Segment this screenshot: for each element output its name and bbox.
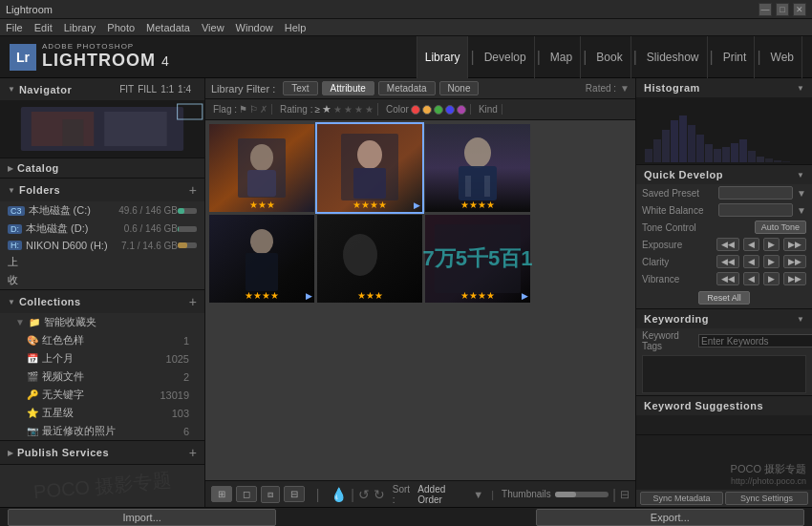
filter-metadata-button[interactable]: Metadata <box>378 81 436 95</box>
collection-smart-parent[interactable]: ▼ 📁 智能收藏夹 <box>0 313 204 331</box>
expand-icon[interactable]: ⊟ <box>620 488 630 501</box>
collection-item-five[interactable]: ⭐ 五星级 103 <box>0 404 204 422</box>
nav-fill[interactable]: FILL <box>138 84 157 95</box>
photo-cell-1[interactable]: ★★★ <box>209 124 314 212</box>
minimize-button[interactable]: — <box>759 3 772 16</box>
filter-attribute-button[interactable]: Attribute <box>322 81 374 95</box>
collection-item-nokw[interactable]: 🔑 无关键字 13019 <box>0 386 204 404</box>
auto-tone-button[interactable]: Auto Tone <box>755 221 806 234</box>
catalog-header[interactable]: ▶ Catalog <box>0 158 204 178</box>
sort-value[interactable]: Added Order <box>417 484 469 505</box>
flag-reject-icon[interactable]: ✗ <box>260 104 267 115</box>
rated-dropdown[interactable]: ▼ <box>620 83 630 94</box>
clarity-up-double[interactable]: ▶▶ <box>783 255 806 268</box>
color-yellow[interactable] <box>422 105 432 115</box>
photo-cell-5[interactable]: ★★★ <box>317 215 422 303</box>
keyword-suggestions-header[interactable]: Keyword Suggestions <box>636 396 812 415</box>
photo-cell-4[interactable]: ★★★★ ▶ <box>209 215 314 303</box>
clarity-up[interactable]: ▶ <box>763 255 780 268</box>
color-blue[interactable] <box>445 105 455 115</box>
quick-develop-header[interactable]: Quick Develop ▼ <box>636 165 812 184</box>
tab-map[interactable]: Map <box>543 36 581 78</box>
nav-1to4[interactable]: 1:4 <box>178 84 191 95</box>
vibrance-up[interactable]: ▶ <box>763 272 780 285</box>
rotate-left[interactable]: ↺ <box>358 487 370 502</box>
saved-preset-dropdown[interactable]: ▼ <box>797 188 806 199</box>
saved-preset-control[interactable] <box>718 186 793 200</box>
vibrance-down-double[interactable]: ◀◀ <box>716 272 739 285</box>
close-button[interactable]: ✕ <box>793 3 806 16</box>
white-balance-control[interactable] <box>718 203 793 217</box>
exposure-down[interactable]: ◀ <box>743 238 759 251</box>
menu-view[interactable]: View <box>202 22 224 33</box>
publish-header[interactable]: ▶ Publish Services + <box>0 441 204 464</box>
filter-text-button[interactable]: Text <box>283 81 317 95</box>
survey-view-button[interactable]: ⊟ <box>284 486 305 502</box>
folder-item-s[interactable]: 收 <box>0 271 204 289</box>
photo-cell-3[interactable]: ★★★★ <box>425 124 530 212</box>
menu-edit[interactable]: Edit <box>34 22 53 33</box>
collections-header[interactable]: ▼ Collections + <box>0 290 204 313</box>
keyword-area[interactable] <box>642 355 806 393</box>
spray-tool[interactable]: 💧 <box>331 487 347 502</box>
grid-view-button[interactable]: ⊞ <box>211 486 232 502</box>
collections-add-button[interactable]: + <box>189 294 197 309</box>
folder-item-c[interactable]: C3 本地磁盘 (C:) 49.6 / 146 GB <box>0 201 204 220</box>
color-purple[interactable] <box>457 105 466 115</box>
tab-book[interactable]: Book <box>588 36 630 78</box>
tab-web[interactable]: Web <box>763 36 802 78</box>
filter-none-button[interactable]: None <box>439 81 480 95</box>
collection-item-month[interactable]: 📅 上个月 1025 <box>0 349 204 368</box>
import-button[interactable]: Import... <box>8 509 276 526</box>
collection-item-red[interactable]: 🎨 红色色样 1 <box>0 331 204 349</box>
tab-slideshow[interactable]: Slideshow <box>639 36 708 78</box>
maximize-button[interactable]: □ <box>776 3 789 16</box>
menu-help[interactable]: Help <box>285 22 307 33</box>
tab-print[interactable]: Print <box>716 36 756 78</box>
exposure-down-double[interactable]: ◀◀ <box>716 238 739 251</box>
keywording-header[interactable]: Keywording ▼ <box>636 309 812 328</box>
tab-library[interactable]: Library <box>417 36 469 78</box>
thumbnail-size-slider[interactable] <box>555 492 609 497</box>
tab-develop[interactable]: Develop <box>477 36 535 78</box>
color-red[interactable] <box>411 105 420 115</box>
folders-header[interactable]: ▼ Folders + <box>0 179 204 201</box>
keyword-tags-input[interactable] <box>698 334 812 347</box>
vibrance-up-double[interactable]: ▶▶ <box>783 272 806 285</box>
clarity-down-double[interactable]: ◀◀ <box>716 255 739 268</box>
navigator-header[interactable]: ▼ Navigator FIT FILL 1:1 1:4 <box>0 78 204 100</box>
folder-item-h[interactable]: H: NIKON D600 (H:) 7.1 / 14.6 GB <box>0 238 204 253</box>
sort-dropdown[interactable]: ▼ <box>473 489 483 500</box>
compare-view-button[interactable]: ⧈ <box>261 486 280 503</box>
flag-pick-icon[interactable]: ⚐ <box>249 104 258 115</box>
exposure-up[interactable]: ▶ <box>763 238 780 251</box>
photo-cell-6[interactable]: 7万5千5百1 ★★★★ ▶ <box>425 215 530 303</box>
histogram-header[interactable]: Histogram ▼ <box>636 78 812 97</box>
rating-op[interactable]: ≥ <box>314 104 320 115</box>
collection-item-recent[interactable]: 📷 最近修改的照片 6 <box>0 422 204 440</box>
rotate-right[interactable]: ↻ <box>374 487 385 502</box>
menu-file[interactable]: File <box>6 22 23 33</box>
color-green[interactable] <box>434 105 443 115</box>
collection-item-video[interactable]: 🎬 视频文件 2 <box>0 368 204 386</box>
flag-none-icon[interactable]: ⚑ <box>239 104 247 115</box>
reset-all-button[interactable]: Reset All <box>698 291 750 305</box>
folder-item-u[interactable]: 上 <box>0 253 204 271</box>
white-balance-dropdown[interactable]: ▼ <box>797 205 806 216</box>
rating-stars[interactable]: ★ <box>322 103 331 116</box>
menu-photo[interactable]: Photo <box>107 22 135 33</box>
menu-library[interactable]: Library <box>64 22 96 33</box>
publish-add-button[interactable]: + <box>189 445 197 460</box>
vibrance-down[interactable]: ◀ <box>743 272 759 285</box>
nav-fit[interactable]: FIT <box>119 84 134 95</box>
export-button[interactable]: Export... <box>536 509 804 526</box>
loupe-view-button[interactable]: ◻ <box>236 486 257 502</box>
nav-1to1[interactable]: 1:1 <box>160 84 174 95</box>
menu-metadata[interactable]: Metadata <box>146 22 190 33</box>
exposure-up-double[interactable]: ▶▶ <box>783 238 806 251</box>
clarity-down[interactable]: ◀ <box>743 255 759 268</box>
menu-window[interactable]: Window <box>236 22 273 33</box>
folders-add-button[interactable]: + <box>189 182 197 198</box>
sync-metadata-button[interactable]: Sync Metadata <box>640 492 723 505</box>
folder-item-d[interactable]: D: 本地磁盘 (D:) 0.6 / 146 GB <box>0 220 204 238</box>
